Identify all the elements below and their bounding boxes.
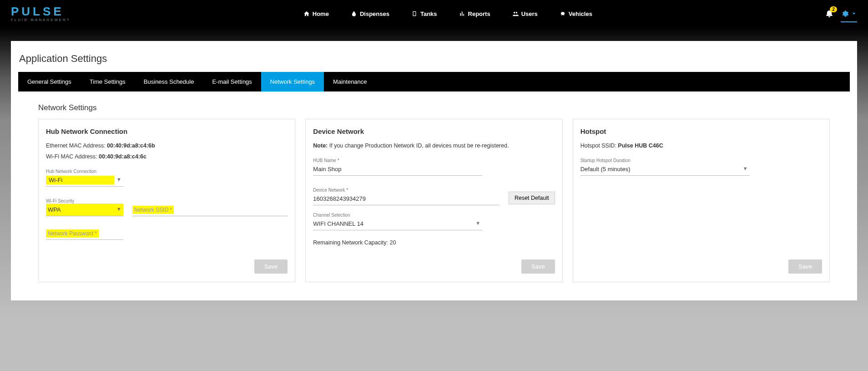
nav-dispenses[interactable]: Dispenses	[349, 8, 391, 20]
hub-name-input[interactable]: Main Shop	[313, 163, 482, 176]
nav-users-label: Users	[521, 10, 538, 17]
tab-time[interactable]: Time Settings	[81, 72, 135, 91]
brand-logo: PULSE FLUID MANAGEMENT	[11, 5, 71, 22]
wifi-mac: Wi-Fi MAC Address: 00:40:9d:a8:c4:6c	[46, 153, 288, 160]
nav-reports-label: Reports	[468, 10, 490, 17]
tab-network[interactable]: Network Settings	[261, 72, 324, 91]
chevron-down-icon: ▼	[475, 220, 480, 226]
channel-select[interactable]: WIFI CHANNEL 14 ▼	[313, 218, 482, 230]
tab-general[interactable]: General Settings	[18, 72, 81, 91]
device-network-value: 1603268243934279	[313, 195, 500, 202]
card-hotspot: Hotspot Hotspot SSID: Pulse HUB C46C Sta…	[573, 119, 830, 282]
hotspot-ssid-label: Hotspot SSID:	[580, 142, 618, 149]
nav-home[interactable]: Home	[302, 8, 331, 20]
device-network-input[interactable]: 1603268243934279	[313, 193, 500, 205]
nav-tanks-label: Tanks	[420, 10, 437, 17]
hub-card-title: Hub Network Connection	[46, 127, 288, 135]
hotspot-duration-value: Default (5 minutes)	[580, 166, 741, 173]
nav-right: 2	[825, 9, 857, 19]
brand-sub: FLUID MANAGEMENT	[11, 18, 71, 22]
page-title: Application Settings	[19, 53, 850, 65]
settings-menu[interactable]	[841, 10, 857, 22]
eth-mac-label: Ethernet MAC Address:	[46, 142, 107, 149]
nav-users[interactable]: Users	[510, 8, 540, 20]
note-label: Note:	[313, 142, 329, 149]
nav-reports[interactable]: Reports	[457, 8, 492, 20]
note-text: If you change Production Network ID, all…	[329, 142, 509, 149]
tab-business[interactable]: Business Schedule	[135, 72, 203, 91]
ethernet-mac: Ethernet MAC Address: 00:40:9d:a8:c4:6b	[46, 142, 288, 149]
reset-default-button[interactable]: Reset Default	[509, 192, 555, 204]
hotspot-ssid: Hotspot SSID: Pulse HUB C46C	[580, 142, 822, 149]
hub-name-label: HUB Name *	[313, 158, 555, 163]
section-title: Network Settings	[38, 103, 850, 112]
users-icon	[512, 10, 519, 17]
capacity-row: Remaining Network Capacity: 20	[313, 239, 555, 246]
wifi-security-select[interactable]: WPA ▼	[46, 203, 123, 216]
hotspot-card-title: Hotspot	[580, 127, 822, 135]
hub-connection-value: Wi-Fi	[46, 176, 114, 184]
page-panel: Application Settings General Settings Ti…	[11, 41, 857, 300]
car-icon	[560, 10, 566, 17]
wifi-mac-value: 00:40:9d:a8:c4:6c	[99, 153, 146, 160]
device-note: Note: If you change Production Network I…	[313, 142, 555, 149]
top-nav: PULSE FLUID MANAGEMENT Home Dispenses Ta…	[0, 0, 868, 27]
hotspot-duration-select[interactable]: Default (5 minutes) ▼	[580, 163, 750, 176]
droplet-icon	[351, 10, 357, 17]
card-hub-network: Hub Network Connection Ethernet MAC Addr…	[38, 119, 295, 282]
network-ssid-input[interactable]: Network SSID *	[132, 203, 288, 216]
eth-mac-value: 00:40:9d:a8:c4:6b	[107, 142, 155, 149]
nav-vehicles[interactable]: Vehicles	[558, 8, 594, 20]
nav-tanks[interactable]: Tanks	[409, 8, 439, 20]
hotspot-duration-label: Startup Hotspot Duration	[580, 158, 822, 163]
capacity-label: Remaining Network Capacity:	[313, 239, 389, 246]
tab-maintenance[interactable]: Maintenance	[324, 72, 376, 91]
hotspot-save-button[interactable]: Save	[788, 259, 822, 274]
nav-dispenses-label: Dispenses	[360, 10, 389, 17]
wifi-mac-label: Wi-Fi MAC Address:	[46, 153, 99, 160]
tank-icon	[411, 10, 418, 17]
network-ssid-placeholder: Network SSID *	[132, 206, 174, 214]
network-password-input[interactable]: Network Password *	[46, 227, 123, 240]
hub-conn-label: Hub Network Connection	[46, 169, 288, 174]
notifications-button[interactable]: 2	[825, 9, 833, 19]
hub-name-value: Main Shop	[313, 166, 482, 173]
nav-home-label: Home	[313, 10, 329, 17]
wifi-security-value: WPA	[46, 206, 114, 213]
chevron-down-icon	[851, 10, 857, 17]
brand-name: PULSE	[11, 5, 71, 17]
hub-connection-select[interactable]: Wi-Fi ▼	[46, 174, 123, 187]
device-network-label: Device Network *	[313, 188, 500, 193]
card-device-network: Device Network Note: If you change Produ…	[305, 119, 562, 282]
wifi-security-label: Wi-Fi Security	[46, 198, 123, 203]
chevron-down-icon: ▼	[116, 206, 121, 212]
chevron-down-icon: ▼	[743, 166, 748, 171]
capacity-value: 20	[389, 239, 396, 246]
cards-row: Hub Network Connection Ethernet MAC Addr…	[18, 119, 850, 282]
nav-vehicles-label: Vehicles	[569, 10, 592, 17]
notification-badge: 2	[830, 6, 837, 12]
settings-tabs: General Settings Time Settings Business …	[18, 72, 850, 91]
hotspot-ssid-value: Pulse HUB C46C	[618, 142, 663, 149]
device-card-title: Device Network	[313, 127, 555, 135]
channel-value: WIFI CHANNEL 14	[313, 220, 473, 227]
device-save-button[interactable]: Save	[521, 259, 555, 274]
chevron-down-icon: ▼	[116, 177, 121, 182]
tab-email[interactable]: E-mail Settings	[203, 72, 261, 91]
main-nav: Home Dispenses Tanks Reports Users Vehic…	[71, 8, 825, 20]
hub-save-button[interactable]: Save	[254, 259, 288, 274]
bar-chart-icon	[459, 10, 465, 17]
channel-label: Channel Selection	[313, 213, 555, 218]
home-icon	[303, 10, 310, 17]
gear-icon	[841, 10, 849, 18]
network-password-placeholder: Network Password *	[46, 229, 99, 238]
